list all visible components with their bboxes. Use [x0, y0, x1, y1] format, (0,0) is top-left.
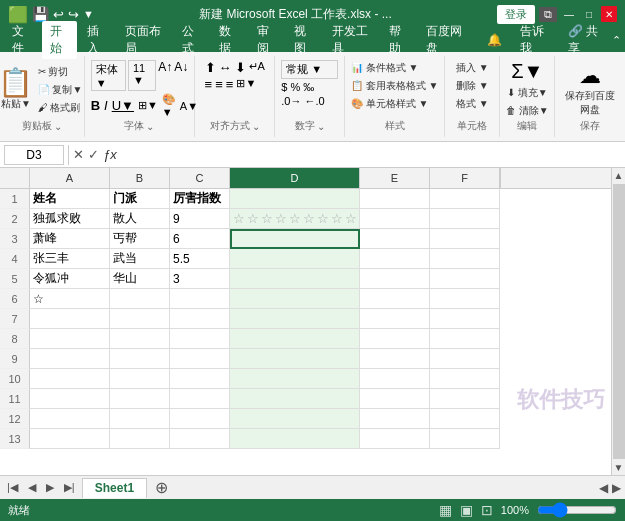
menu-insert[interactable]: 插入	[79, 21, 115, 59]
table-format-btn[interactable]: 📋 套用表格格式 ▼	[348, 78, 441, 94]
grid-cell[interactable]	[430, 329, 500, 349]
menu-question[interactable]: 🔔	[479, 31, 510, 49]
clear-btn[interactable]: 🗑 清除▼	[503, 103, 552, 119]
scroll-thumb[interactable]	[613, 184, 625, 459]
grid-cell[interactable]	[30, 369, 110, 389]
grid-cell[interactable]	[110, 429, 170, 449]
grid-cell[interactable]	[110, 409, 170, 429]
grid-cell[interactable]	[360, 289, 430, 309]
confirm-formula-btn[interactable]: ✓	[88, 147, 99, 162]
menu-data[interactable]: 数据	[211, 21, 247, 59]
grid-cell[interactable]	[30, 389, 110, 409]
grid-cell[interactable]: 张三丰	[30, 249, 110, 269]
grid-cell[interactable]	[170, 369, 230, 389]
grid-cell[interactable]	[230, 309, 360, 329]
cancel-formula-btn[interactable]: ✕	[73, 147, 84, 162]
grid-cell[interactable]	[360, 269, 430, 289]
insert-cell-btn[interactable]: 插入 ▼	[453, 60, 492, 76]
grid-cell[interactable]	[430, 369, 500, 389]
grid-cell[interactable]	[360, 229, 430, 249]
autosum-btn[interactable]: Σ▼	[511, 60, 543, 83]
grid-cell[interactable]: 门派	[110, 189, 170, 209]
bold-button[interactable]: B	[91, 98, 100, 113]
cut-button[interactable]: ✂剪切	[35, 64, 85, 80]
grid-cell[interactable]: 9	[170, 209, 230, 229]
number-format-select[interactable]: 常规 ▼	[281, 60, 338, 79]
customize-icon[interactable]: ▼	[83, 8, 94, 20]
grid-cell[interactable]	[430, 229, 500, 249]
grid-cell[interactable]	[360, 429, 430, 449]
italic-button[interactable]: I	[104, 98, 108, 113]
view-page-btn[interactable]: ▣	[460, 502, 473, 518]
currency-btn[interactable]: $ % ‰	[281, 81, 338, 93]
font-increase-btn[interactable]: A↑	[158, 60, 172, 91]
next-sheet-btn[interactable]: ▶	[43, 481, 57, 494]
ribbon-collapse-btn[interactable]: ⌃	[612, 34, 621, 47]
format-painter-button[interactable]: 🖌格式刷	[35, 100, 85, 116]
restore-icon[interactable]: ⧉	[539, 7, 557, 22]
grid-cell[interactable]: 华山	[110, 269, 170, 289]
grid-cell[interactable]: 姓名	[30, 189, 110, 209]
baidu-save-btn[interactable]: ☁ 保存到百度网盘	[561, 60, 619, 119]
align-middle-btn[interactable]: ↔	[219, 60, 232, 75]
menu-home[interactable]: 开始	[42, 21, 78, 59]
grid-cell[interactable]	[170, 289, 230, 309]
grid-cell[interactable]: 萧峰	[30, 229, 110, 249]
grid-cell[interactable]	[230, 369, 360, 389]
conditional-format-btn[interactable]: 📊 条件格式 ▼	[348, 60, 441, 76]
font-size-select[interactable]: 11 ▼	[128, 60, 156, 91]
grid-cell[interactable]	[360, 349, 430, 369]
grid-cell[interactable]	[360, 209, 430, 229]
menu-tell-me[interactable]: 告诉我	[512, 21, 557, 59]
fill-btn[interactable]: ⬇ 填充▼	[504, 85, 551, 101]
last-sheet-btn[interactable]: ▶|	[61, 481, 78, 494]
grid-cell[interactable]	[30, 429, 110, 449]
cell-style-btn[interactable]: 🎨 单元格样式 ▼	[348, 96, 441, 112]
grid-cell[interactable]: 武当	[110, 249, 170, 269]
fill-color-button[interactable]: 🎨▼	[162, 93, 176, 118]
grid-cell[interactable]	[230, 349, 360, 369]
grid-cell[interactable]	[430, 209, 500, 229]
decimal-btn[interactable]: .0→ ←.0	[281, 95, 338, 107]
grid-cell[interactable]	[30, 409, 110, 429]
grid-cell[interactable]: 厉害指数	[170, 189, 230, 209]
col-header-f[interactable]: F	[430, 168, 500, 188]
cell-reference-input[interactable]	[4, 145, 64, 165]
col-header-e[interactable]: E	[360, 168, 430, 188]
save-icon[interactable]: 💾	[32, 6, 49, 22]
align-left-btn[interactable]: ≡	[205, 77, 213, 92]
underline-button[interactable]: U▼	[112, 98, 134, 113]
menu-view[interactable]: 视图	[286, 21, 322, 59]
grid-cell[interactable]	[430, 309, 500, 329]
border-button[interactable]: ⊞▼	[138, 99, 158, 112]
paste-button[interactable]: 📋 粘贴▼	[0, 69, 33, 111]
grid-cell[interactable]	[430, 249, 500, 269]
sheet-tab-sheet1[interactable]: Sheet1	[82, 478, 147, 498]
wrap-text-btn[interactable]: ↵A	[249, 60, 265, 75]
grid-cell[interactable]	[110, 329, 170, 349]
col-header-d[interactable]: D	[230, 168, 360, 188]
col-header-b[interactable]: B	[110, 168, 170, 188]
menu-review[interactable]: 审阅	[249, 21, 285, 59]
menu-page-layout[interactable]: 页面布局	[117, 21, 172, 59]
menu-help[interactable]: 帮助	[381, 21, 417, 59]
redo-icon[interactable]: ↪	[68, 7, 79, 22]
undo-icon[interactable]: ↩	[53, 7, 64, 22]
menu-share[interactable]: 🔗 共享	[560, 21, 610, 59]
grid-cell[interactable]	[170, 409, 230, 429]
grid-cell[interactable]	[110, 389, 170, 409]
scroll-right-btn[interactable]: ▶	[612, 481, 621, 495]
grid-cell[interactable]	[230, 409, 360, 429]
scroll-up-btn[interactable]: ▲	[612, 168, 625, 183]
grid-cell[interactable]	[230, 249, 360, 269]
grid-cell[interactable]	[110, 369, 170, 389]
view-preview-btn[interactable]: ⊡	[481, 502, 493, 518]
close-button[interactable]: ✕	[601, 6, 617, 22]
grid-cell[interactable]	[110, 289, 170, 309]
grid-cell[interactable]: 6	[170, 229, 230, 249]
grid-cell[interactable]	[110, 309, 170, 329]
grid-cell[interactable]	[170, 389, 230, 409]
grid-cell[interactable]	[30, 349, 110, 369]
grid-cell[interactable]	[230, 429, 360, 449]
grid-cell[interactable]	[230, 289, 360, 309]
